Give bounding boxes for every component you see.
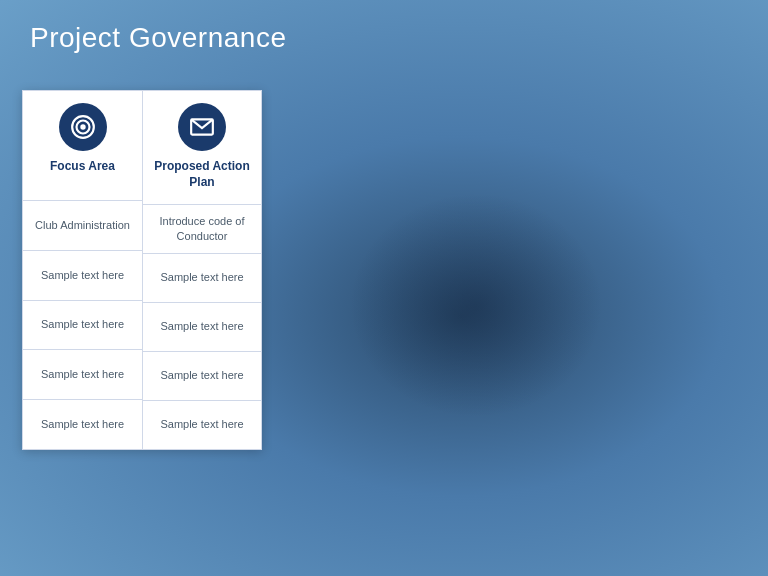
focus-area-cell-3: Sample text here xyxy=(23,301,142,351)
svg-point-2 xyxy=(80,124,85,129)
focus-area-cell-5: Sample text here xyxy=(23,400,142,449)
focus-area-title: Focus Area xyxy=(50,159,115,175)
action-plan-column: Proposed Action Plan Introduce code of C… xyxy=(142,90,262,450)
focus-area-cell-1: Club Administration xyxy=(23,201,142,251)
focus-area-cell-2: Sample text here xyxy=(23,251,142,301)
action-plan-cell-4: Sample text here xyxy=(143,352,261,401)
action-plan-cell-1: Introduce code of Conductor xyxy=(143,205,261,254)
focus-area-cell-4: Sample text here xyxy=(23,350,142,400)
focus-area-column: Focus Area Club Administration Sample te… xyxy=(22,90,142,450)
focus-area-icon-circle xyxy=(59,103,107,151)
focus-area-header: Focus Area xyxy=(23,91,142,201)
governance-table: Focus Area Club Administration Sample te… xyxy=(22,90,262,450)
action-plan-icon-circle xyxy=(178,103,226,151)
action-plan-title: Proposed Action Plan xyxy=(151,159,253,190)
action-plan-cell-5: Sample text here xyxy=(143,401,261,449)
page-title: Project Governance xyxy=(30,22,286,54)
action-plan-cell-2: Sample text here xyxy=(143,254,261,303)
target-icon xyxy=(70,114,96,140)
action-plan-cell-3: Sample text here xyxy=(143,303,261,352)
action-plan-header: Proposed Action Plan xyxy=(143,91,261,205)
envelope-icon xyxy=(189,114,215,140)
